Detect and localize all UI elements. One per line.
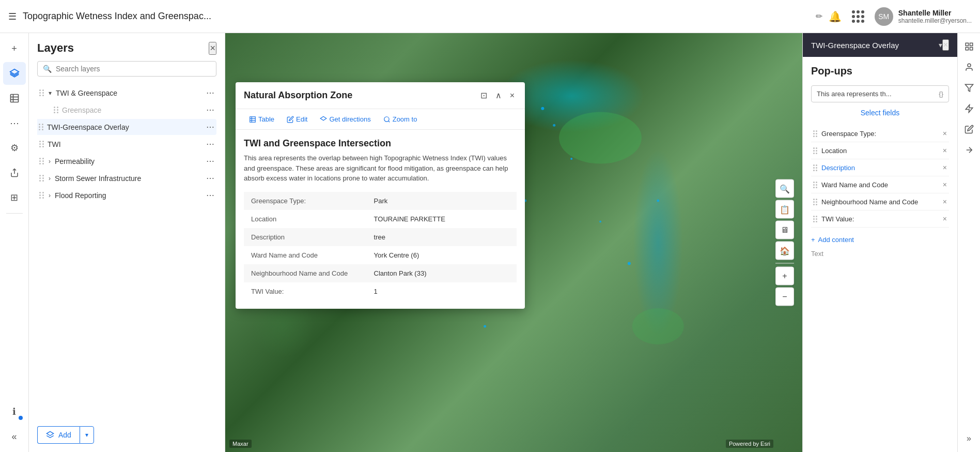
field-remove-greenspace-type[interactable]: × [943, 129, 947, 138]
layer-group-twi[interactable]: TWI ⋯ [37, 136, 216, 152]
field-remove-location[interactable]: × [943, 146, 947, 155]
field-drag-handle[interactable] [813, 182, 817, 188]
sidebar-item-settings[interactable]: ⚙ [3, 137, 26, 159]
table-row: Ward Name and Code York Centre (6) [244, 246, 517, 264]
transform-icon[interactable] [960, 141, 978, 159]
add-layer-chevron-button[interactable]: ▾ [80, 426, 94, 444]
group-chevron-permeability[interactable]: › [48, 157, 52, 166]
map-bookmark-button[interactable]: 📋 [775, 200, 794, 219]
sidebar-item-info[interactable]: ℹ [3, 400, 26, 423]
popup-text-input[interactable]: This area represents th... {} [811, 85, 949, 102]
svg-rect-33 [970, 48, 972, 50]
sidebar-item-more[interactable]: ⋯ [3, 112, 26, 134]
popup-table-button[interactable]: Table [244, 113, 279, 125]
popup-toolbar: Table Edit Get directions Zoom to [236, 109, 525, 130]
fields-list: Greenspace Type: × Location × [811, 125, 949, 228]
layer-more-storm-sewer[interactable]: ⋯ [206, 173, 214, 183]
layers-close-button[interactable]: × [209, 42, 216, 55]
drag-handle[interactable] [54, 107, 59, 113]
popup-section-title: TWI and Greenspace Intersection [244, 138, 517, 149]
right-panel-dropdown-icon[interactable]: ▾ [939, 41, 942, 49]
right-panel-header: TWI-Greenspace Overlay ▾ × [803, 33, 957, 57]
notification-bell-icon[interactable]: 🔔 [829, 10, 842, 23]
field-item-neighbourhood: Neighbourhood Name and Code × [811, 193, 949, 210]
layer-more-twi-overlay[interactable]: ⋯ [206, 122, 214, 132]
field-remove-description[interactable]: × [943, 163, 947, 172]
field-drag-handle[interactable] [813, 199, 817, 205]
layer-name-permeability: Permeability [55, 157, 203, 165]
map-home-button[interactable]: 🏠 [775, 242, 794, 260]
map-search-button[interactable]: 🔍 [775, 179, 794, 198]
field-remove-ward[interactable]: × [943, 180, 947, 189]
person-icon[interactable] [960, 58, 978, 77]
layer-more-flood-reporting[interactable]: ⋯ [206, 190, 214, 200]
layer-group-flood-reporting[interactable]: › Flood Reporting ⋯ [37, 187, 216, 203]
table-row: Neighbourhood Name and Code Clanton Park… [244, 264, 517, 282]
field-drag-handle[interactable] [813, 216, 817, 222]
field-remove-neighbourhood[interactable]: × [943, 198, 947, 206]
layer-more-permeability[interactable]: ⋯ [206, 156, 214, 166]
field-remove-twi-value[interactable]: × [943, 215, 947, 223]
drag-handle[interactable] [39, 124, 44, 130]
layer-name-greenspace: Greenspace [62, 106, 203, 114]
drag-handle[interactable] [39, 158, 44, 164]
sidebar-item-collapse[interactable]: « [3, 425, 26, 448]
add-content-button[interactable]: + Add content [811, 232, 854, 248]
edit-title-icon[interactable]: ✏ [816, 11, 822, 21]
user-email: shantelle.miller@ryerson... [898, 17, 972, 24]
field-label-twi-value: TWI Value: [821, 215, 939, 223]
menu-icon[interactable]: ☰ [8, 11, 17, 22]
map-zoom-in-button[interactable]: + [775, 267, 794, 285]
app-grid-icon[interactable] [852, 10, 864, 23]
filter-icon[interactable] [960, 79, 978, 97]
drag-handle[interactable] [39, 192, 44, 199]
right-panel-close-button[interactable]: × [942, 39, 949, 51]
add-layer-button[interactable]: Add [37, 426, 80, 444]
popup-expand-button[interactable]: ⊡ [478, 88, 489, 102]
select-fields-button[interactable]: Select fields [811, 109, 949, 117]
map-area[interactable]: Natural Absorption Zone ⊡ ∧ × Table Edit [225, 33, 802, 452]
field-drag-handle[interactable] [813, 130, 817, 137]
layer-group-permeability[interactable]: › Permeability ⋯ [37, 153, 216, 169]
group-chevron-storm-sewer[interactable]: › [48, 174, 52, 183]
field-value: Park [367, 192, 517, 210]
layer-group-storm-sewer[interactable]: › Storm Sewer Infrastructure ⋯ [37, 170, 216, 186]
map-monitor-button[interactable]: 🖥 [775, 221, 794, 239]
layer-more-twi[interactable]: ⋯ [206, 139, 214, 149]
user-profile[interactable]: SM Shantelle Miller shantelle.miller@rye… [875, 7, 972, 26]
group-chevron-twi-greenspace[interactable]: ▾ [48, 88, 53, 98]
layer-group-greenspace[interactable]: Greenspace ⋯ [37, 102, 216, 118]
add-content-plus: + [811, 236, 815, 244]
popup-text-code: {} [939, 90, 943, 98]
layer-more-greenspace[interactable]: ⋯ [206, 105, 214, 115]
table-row: Greenspace Type: Park [244, 192, 517, 210]
sidebar-item-add[interactable]: + [3, 37, 26, 60]
action-icon[interactable] [960, 99, 978, 118]
drag-handle[interactable] [39, 175, 44, 182]
sidebar-item-share[interactable] [3, 161, 26, 184]
popup-close-button[interactable]: × [508, 89, 517, 102]
layer-search-box[interactable]: 🔍 [37, 61, 216, 77]
field-drag-handle[interactable] [813, 147, 817, 154]
search-input[interactable] [56, 65, 211, 73]
popup-collapse-button[interactable]: ∧ [493, 88, 504, 102]
group-chevron-flood-reporting[interactable]: › [48, 191, 52, 200]
collapse-right-icon[interactable]: » [960, 429, 978, 448]
popup-directions-button[interactable]: Get directions [315, 113, 376, 125]
layer-group-twi-overlay[interactable]: TWI-Greenspace Overlay ⋯ [37, 119, 216, 135]
sidebar-item-layers[interactable] [3, 62, 26, 85]
edit-icon[interactable] [960, 120, 978, 139]
layer-group-twi-greenspace[interactable]: ▾ TWI & Greenspace ⋯ [37, 85, 216, 101]
configure-popups-icon[interactable] [960, 37, 978, 56]
field-drag-handle[interactable] [813, 164, 817, 171]
sidebar-item-table[interactable] [3, 87, 26, 110]
search-icon: 🔍 [43, 65, 52, 73]
drag-handle[interactable] [39, 141, 44, 147]
field-value: York Centre (6) [367, 246, 517, 264]
popup-zoomto-button[interactable]: Zoom to [378, 113, 423, 125]
drag-handle[interactable] [39, 89, 44, 96]
sidebar-item-grid[interactable]: ⊞ [3, 186, 26, 209]
layer-more-twi-greenspace[interactable]: ⋯ [206, 88, 214, 98]
popup-edit-button[interactable]: Edit [282, 113, 313, 125]
map-zoom-out-button[interactable]: − [775, 288, 794, 306]
